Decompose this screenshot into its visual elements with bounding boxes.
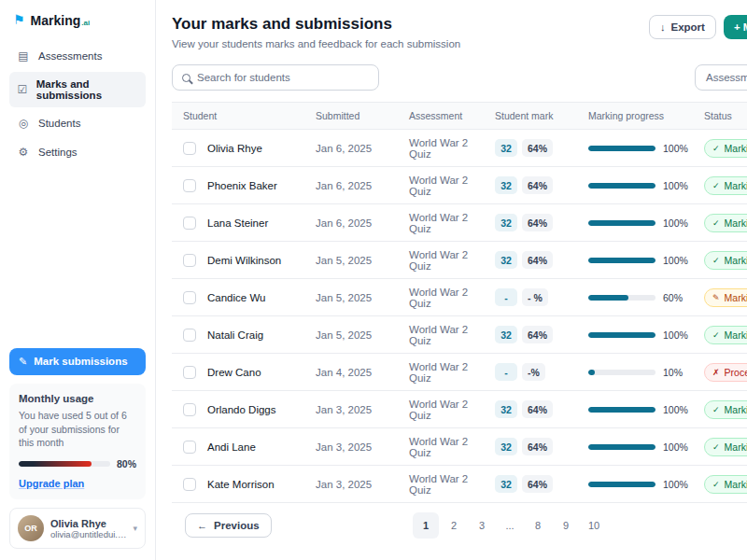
status-badge: ✗ Processing failed xyxy=(704,363,747,382)
student-name: Andi Lane xyxy=(207,441,256,453)
marking-progress-bar xyxy=(588,407,655,413)
submitted-date: Jan 5, 2025 xyxy=(304,255,398,266)
sidebar-item-students[interactable]: ◎ Students xyxy=(9,110,146,136)
brand-suffix: .ai xyxy=(81,19,90,27)
row-checkbox[interactable] xyxy=(183,291,196,304)
submissions-table: StudentSubmittedAssessmentStudent markMa… xyxy=(172,102,747,503)
assessment-name: World War 2 Quiz xyxy=(398,249,484,272)
mark-percent-badge: 64% xyxy=(522,326,553,343)
table-row[interactable]: Kate Morrison Jan 3, 2025 World War 2 Qu… xyxy=(172,466,747,503)
assessment-name: World War 2 Quiz xyxy=(398,324,484,346)
marking-progress-bar xyxy=(588,482,655,487)
row-checkbox[interactable] xyxy=(183,366,196,379)
previous-page-button[interactable]: ← Previous xyxy=(185,513,272,538)
table-row[interactable]: Andi Lane Jan 3, 2025 World War 2 Quiz 3… xyxy=(172,428,747,466)
user-card[interactable]: OR Olivia Rhye olivia@untitledui.com ▾ xyxy=(9,508,146,549)
marks-and-submissions-icon: ☑ xyxy=(17,83,28,96)
app-window: ⚑ Marking.ai ▤ Assessments ☑ Marks and s… xyxy=(0,0,747,560)
mark-badge: - xyxy=(495,288,517,306)
page-number-10[interactable]: 10 xyxy=(581,512,607,539)
sidebar-nav: ▤ Assessments ☑ Marks and submissions ◎ … xyxy=(9,43,146,168)
row-checkbox[interactable] xyxy=(183,329,196,342)
download-icon: ↓ xyxy=(660,21,666,33)
left-arrow-icon: ← xyxy=(197,520,207,531)
sidebar-item-settings[interactable]: ⚙ Settings xyxy=(9,139,146,165)
column-header-mark: Student mark xyxy=(484,110,577,121)
student-name: Demi Wilkinson xyxy=(207,255,281,266)
progress-label: 100% xyxy=(663,329,688,341)
table-row[interactable]: Drew Cano Jan 4, 2025 World War 2 Quiz -… xyxy=(172,354,747,391)
row-checkbox[interactable] xyxy=(183,179,196,192)
brand-name: Marking xyxy=(31,13,81,28)
monthly-usage-card: Monthly usage You have used 5 out of 6 o… xyxy=(9,384,146,499)
page-number-9[interactable]: 9 xyxy=(553,512,579,539)
mark-percent-badge: 64% xyxy=(522,139,553,157)
export-button[interactable]: ↓ Export xyxy=(649,15,716,39)
mark-percent-badge: -% xyxy=(522,363,545,381)
table-row[interactable]: Phoenix Baker Jan 6, 2025 World War 2 Qu… xyxy=(172,167,747,204)
assessment-dropdown[interactable]: Assessment xyxy=(695,64,747,91)
row-checkbox[interactable] xyxy=(183,441,196,454)
page-number-2[interactable]: 2 xyxy=(441,512,467,539)
sidebar-item-marks-and-submissions[interactable]: ☑ Marks and submissions xyxy=(9,72,146,107)
table-row[interactable]: Demi Wilkinson Jan 5, 2025 World War 2 Q… xyxy=(172,242,747,279)
table-row[interactable]: Candice Wu Jan 5, 2025 World War 2 Quiz … xyxy=(172,279,747,316)
page-ellipsis: ... xyxy=(497,512,523,539)
submitted-date: Jan 3, 2025 xyxy=(304,441,398,453)
assessment-name: World War 2 Quiz xyxy=(398,137,484,160)
sidebar-bottom: ✎ Mark submissions Monthly usage You hav… xyxy=(9,348,146,549)
progress-label: 100% xyxy=(663,180,688,191)
mark-badge: 32 xyxy=(495,176,517,194)
status-badge: ✓ Marking complete xyxy=(704,139,747,158)
row-checkbox[interactable] xyxy=(183,478,196,491)
student-name: Olivia Rhye xyxy=(207,143,262,154)
header-actions: ↓ Export + M xyxy=(649,15,747,39)
upgrade-plan-link[interactable]: Upgrade plan xyxy=(19,478,84,489)
flag-icon: ⚑ xyxy=(13,13,25,26)
assessment-name: World War 2 Quiz xyxy=(398,436,484,458)
marking-progress-bar xyxy=(588,332,655,338)
pagination: ← Previous 123...8910 xyxy=(172,511,747,539)
student-name: Drew Cano xyxy=(207,367,261,378)
sidebar-item-assessments[interactable]: ▤ Assessments xyxy=(9,43,146,69)
page-number-8[interactable]: 8 xyxy=(525,512,551,539)
progress-label: 100% xyxy=(663,143,688,154)
assessment-name: World War 2 Quiz xyxy=(398,175,484,197)
mark-badge: 32 xyxy=(495,251,517,269)
status-icon: ✓ xyxy=(712,181,720,190)
table-row[interactable]: Orlando Diggs Jan 3, 2025 World War 2 Qu… xyxy=(172,391,747,428)
user-email: olivia@untitledui.com xyxy=(50,529,126,539)
assessment-name: World War 2 Quiz xyxy=(398,361,484,384)
progress-label: 60% xyxy=(663,292,683,303)
assessment-name: World War 2 Quiz xyxy=(398,212,484,234)
column-header-student: Student xyxy=(172,110,304,121)
pencil-icon: ✎ xyxy=(19,356,27,368)
table-row[interactable]: Natali Craig Jan 5, 2025 World War 2 Qui… xyxy=(172,316,747,354)
student-name: Orlando Diggs xyxy=(207,404,276,415)
new-mark-button[interactable]: + M xyxy=(724,15,747,39)
marking-progress-bar xyxy=(588,220,655,226)
submitted-date: Jan 6, 2025 xyxy=(304,217,398,229)
logo[interactable]: ⚑ Marking.ai xyxy=(9,13,146,43)
filter-row: Assessment xyxy=(172,64,747,91)
table-row[interactable]: Olivia Rhye Jan 6, 2025 World War 2 Quiz… xyxy=(172,130,747,167)
row-checkbox[interactable] xyxy=(183,403,196,416)
marking-progress-bar xyxy=(588,146,655,151)
page-number-1[interactable]: 1 xyxy=(413,512,439,539)
search-input[interactable] xyxy=(197,72,369,83)
avatar: OR xyxy=(18,515,44,541)
row-checkbox[interactable] xyxy=(183,217,196,230)
row-checkbox[interactable] xyxy=(183,254,196,267)
mark-badge: 32 xyxy=(495,475,517,493)
row-checkbox[interactable] xyxy=(183,142,196,155)
mark-submissions-button[interactable]: ✎ Mark submissions xyxy=(9,348,146,375)
page-number-3[interactable]: 3 xyxy=(469,512,495,539)
main-content: Your marks and submissions View your stu… xyxy=(156,0,747,560)
student-name: Candice Wu xyxy=(207,292,265,303)
submitted-date: Jan 6, 2025 xyxy=(304,180,398,191)
table-row[interactable]: Lana Steiner Jan 6, 2025 World War 2 Qui… xyxy=(172,204,747,242)
status-badge: ✓ Marking complete xyxy=(704,251,747,270)
progress-label: 100% xyxy=(663,255,688,266)
search-icon xyxy=(182,74,190,82)
page-numbers: 123...8910 xyxy=(413,512,607,539)
